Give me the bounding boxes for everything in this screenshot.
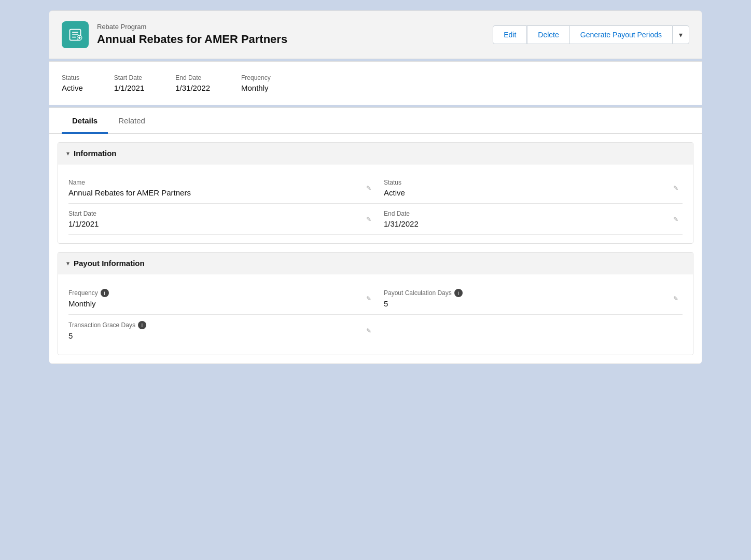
summary-end-date-value: 1/31/2022 <box>175 83 210 92</box>
summary-start-date-label: Start Date <box>114 74 144 81</box>
header-actions: Edit Delete Generate Payout Periods ▾ <box>493 25 689 44</box>
main-card: Details Related ▾ Information Name Annua… <box>49 107 702 364</box>
field-frequency-edit-icon[interactable]: ✎ <box>366 295 371 302</box>
field-name: Name Annual Rebates for AMER Partners ✎ <box>68 173 376 204</box>
frequency-info-icon[interactable]: i <box>101 289 109 297</box>
field-payout-calc-days-edit-icon[interactable]: ✎ <box>673 295 678 302</box>
payout-section-header[interactable]: ▾ Payout Information <box>58 253 693 274</box>
field-start-date-edit-icon[interactable]: ✎ <box>366 216 371 223</box>
record-type-label: Rebate Program <box>97 23 287 31</box>
information-section-body: Name Annual Rebates for AMER Partners ✎ … <box>58 164 693 243</box>
summary-frequency-label: Frequency <box>241 74 271 81</box>
field-start-date-label: Start Date <box>68 210 355 217</box>
summary-frequency-value: Monthly <box>241 83 271 92</box>
field-status: Status Active ✎ <box>376 173 683 204</box>
field-name-edit-icon[interactable]: ✎ <box>366 185 371 192</box>
generate-payout-button[interactable]: Generate Payout Periods <box>570 25 672 44</box>
record-name-title: Annual Rebates for AMER Partners <box>97 33 287 46</box>
information-fields-grid: Name Annual Rebates for AMER Partners ✎ … <box>68 173 683 235</box>
summary-end-date-label: End Date <box>175 74 210 81</box>
tab-details[interactable]: Details <box>62 108 108 134</box>
field-empty-placeholder <box>376 315 683 346</box>
summary-status-value: Active <box>62 83 83 92</box>
field-payout-calc-days-value: 5 <box>384 299 683 308</box>
field-start-date: Start Date 1/1/2021 ✎ <box>68 204 376 235</box>
field-status-value: Active <box>384 188 683 197</box>
record-icon <box>62 21 89 48</box>
field-payout-calc-days-label: Payout Calculation Days i <box>384 289 683 297</box>
summary-start-date-value: 1/1/2021 <box>114 83 144 92</box>
summary-end-date: End Date 1/31/2022 <box>175 74 210 92</box>
page-container: Rebate Program Annual Rebates for AMER P… <box>49 10 702 364</box>
field-frequency-value: Monthly <box>68 299 355 308</box>
summary-frequency: Frequency Monthly <box>241 74 271 92</box>
tabs-container: Details Related <box>49 108 702 134</box>
field-frequency: Frequency i Monthly ✎ <box>68 283 376 315</box>
header-left: Rebate Program Annual Rebates for AMER P… <box>62 21 287 48</box>
header-text: Rebate Program Annual Rebates for AMER P… <box>97 23 287 46</box>
field-name-value: Annual Rebates for AMER Partners <box>68 188 355 197</box>
summary-status-label: Status <box>62 74 83 81</box>
delete-button[interactable]: Delete <box>527 25 569 44</box>
field-transaction-grace-days: Transaction Grace Days i 5 ✎ <box>68 315 376 346</box>
edit-button[interactable]: Edit <box>493 25 527 44</box>
header-card: Rebate Program Annual Rebates for AMER P… <box>49 10 702 59</box>
summary-card: Status Active Start Date 1/1/2021 End Da… <box>49 61 702 105</box>
actions-dropdown-button[interactable]: ▾ <box>672 25 689 44</box>
field-transaction-grace-days-value: 5 <box>68 331 355 340</box>
field-end-date: End Date 1/31/2022 ✎ <box>376 204 683 235</box>
information-section: ▾ Information Name Annual Rebates for AM… <box>58 142 693 244</box>
payout-chevron-icon: ▾ <box>66 260 69 267</box>
payout-calc-days-info-icon[interactable]: i <box>454 289 463 297</box>
dropdown-arrow-icon: ▾ <box>679 31 683 39</box>
field-frequency-label: Frequency i <box>68 289 355 297</box>
field-start-date-value: 1/1/2021 <box>68 219 355 228</box>
summary-start-date: Start Date 1/1/2021 <box>114 74 144 92</box>
field-payout-calc-days: Payout Calculation Days i 5 ✎ <box>376 283 683 315</box>
information-chevron-icon: ▾ <box>66 150 69 157</box>
field-transaction-grace-days-label: Transaction Grace Days i <box>68 321 355 329</box>
field-end-date-label: End Date <box>384 210 683 217</box>
field-transaction-grace-days-edit-icon[interactable]: ✎ <box>366 327 371 334</box>
payout-information-section: ▾ Payout Information Frequency i Monthly… <box>58 252 693 355</box>
summary-status: Status Active <box>62 74 83 92</box>
field-status-edit-icon[interactable]: ✎ <box>673 185 678 192</box>
field-name-label: Name <box>68 179 355 186</box>
payout-section-title: Payout Information <box>74 259 145 268</box>
transaction-grace-days-info-icon[interactable]: i <box>138 321 146 329</box>
payout-section-body: Frequency i Monthly ✎ Payout Calculation… <box>58 274 693 355</box>
tab-related[interactable]: Related <box>108 108 156 134</box>
information-section-title: Information <box>74 149 117 158</box>
field-status-label: Status <box>384 179 683 186</box>
field-end-date-value: 1/31/2022 <box>384 219 683 228</box>
field-end-date-edit-icon[interactable]: ✎ <box>673 216 678 223</box>
payout-fields-grid: Frequency i Monthly ✎ Payout Calculation… <box>68 283 683 346</box>
information-section-header[interactable]: ▾ Information <box>58 143 693 164</box>
